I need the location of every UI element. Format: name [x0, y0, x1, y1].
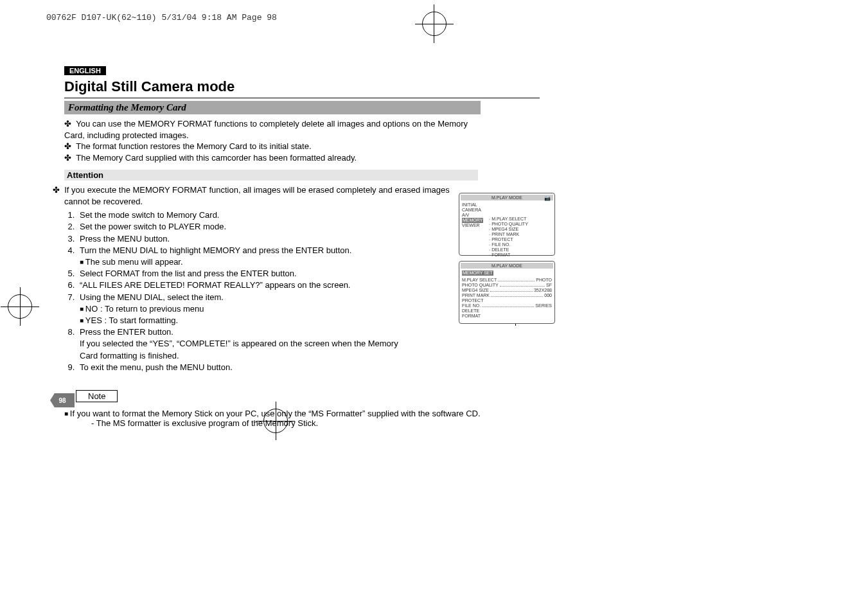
- attention-text: If you execute the MEMORY FORMAT functio…: [64, 185, 450, 206]
- camera-icon: 📷: [544, 195, 551, 201]
- note-main-text: If you want to format the Memory Stick o…: [70, 409, 481, 418]
- step-4: Turn the MENU DIAL to highlight MEMORY a…: [80, 245, 351, 255]
- osd1-left-1: CAMERA: [462, 208, 486, 213]
- osd-screen-2: M.PLAY MODE MEMORY SET M.PLAY SELECTPHOT…: [459, 261, 555, 324]
- step-7-sub-1: NO : To return to previous menu: [87, 303, 398, 315]
- osd2-title: M.PLAY MODE: [492, 263, 522, 268]
- print-header-line: 00762F D107-UK(62~110) 5/31/04 9:18 AM P…: [46, 13, 277, 22]
- osd2-r7-l: FORMAT: [462, 314, 481, 319]
- step-2: Set the power switch to PLAYER mode.: [80, 222, 226, 231]
- osd2-r3-l: PRINT MARK: [462, 293, 490, 298]
- osd2-r4-l: PROTECT: [462, 298, 483, 303]
- osd2-r5-l: FILE NO.: [462, 303, 481, 308]
- step-6: “ALL FILES ARE DELETED! FORMAT REALLY?” …: [80, 280, 350, 290]
- registration-mark-top: [422, 12, 447, 36]
- osd1-title: M.PLAY MODE: [492, 195, 522, 200]
- osd2-r3-r: 000: [544, 293, 552, 298]
- step-4-sub-1: The sub menu will appear.: [87, 256, 398, 268]
- osd2-r2-r: 352X288: [534, 288, 552, 293]
- step-7-sub-2: YES : To start formatting.: [87, 315, 398, 326]
- note-block: If you want to format the Memory Stick o…: [64, 409, 540, 428]
- osd2-r0-r: PHOTO: [536, 278, 552, 283]
- intro-line-3: The Memory Card supplied with this camco…: [76, 153, 357, 163]
- osd1-left-3: MEMORY: [462, 218, 483, 223]
- osd1-left-2: A/V: [462, 213, 486, 218]
- osd2-heading: MEMORY SET: [462, 271, 493, 276]
- osd1-right-7: FORMAT: [489, 253, 552, 258]
- step-3: Press the MENU button.: [80, 234, 170, 244]
- osd1-left-4: VIEWER: [462, 223, 486, 228]
- page-number-badge: 98: [50, 393, 75, 407]
- section-subtitle: Formatting the Memory Card: [64, 101, 481, 114]
- step-7: Using the MENU DIAL, select the item.: [80, 292, 224, 302]
- osd1-right-0: M.PLAY SELECT: [489, 217, 552, 222]
- language-badge: ENGLISH: [64, 66, 106, 75]
- osd1-right-1: PHOTO QUALITY: [489, 222, 552, 227]
- attention-block: ✤ If you execute the MEMORY FORMAT funct…: [64, 184, 475, 207]
- osd1-right-5: FILE NO.: [489, 242, 552, 247]
- osd2-r0-l: M.PLAY SELECT: [462, 278, 497, 283]
- page-content: ENGLISH Digital Still Camera mode Format…: [64, 64, 540, 428]
- osd2-r1-r: SF: [546, 283, 552, 288]
- step-8-cont: If you selected the “YES”, “COMPLETE!” i…: [80, 339, 398, 360]
- osd1-right-2: MPEG4 SIZE: [489, 227, 552, 232]
- osd1-right-6: DELETE: [489, 247, 552, 253]
- osd2-r1-l: PHOTO QUALITY: [462, 283, 499, 288]
- attention-heading: Attention: [64, 170, 478, 181]
- note-label-box: Note: [76, 390, 118, 402]
- step-8: Press the ENTER button.: [80, 327, 173, 337]
- page-title: Digital Still Camera mode: [64, 78, 540, 98]
- note-sub-text: - The MS formatter is exclusive program …: [64, 418, 540, 428]
- intro-line-2: The format function restores the Memory …: [76, 141, 311, 151]
- osd1-left-0: INITIAL: [462, 202, 486, 208]
- osd2-r5-r: SERIES: [535, 303, 552, 308]
- intro-line-1: You can use the MEMORY FORMAT functions …: [64, 119, 468, 140]
- osd-screen-1: M.PLAY MODE 📷 INITIAL CAMERA A/V MEMORY …: [459, 193, 555, 256]
- osd2-r6-l: DELETE: [462, 308, 479, 314]
- step-1: Set the mode switch to Memory Card.: [80, 210, 219, 220]
- intro-block: ✤ You can use the MEMORY FORMAT function…: [64, 118, 475, 163]
- steps-list: Set the mode switch to Memory Card. Set …: [64, 209, 398, 373]
- registration-mark-left: [8, 294, 32, 319]
- osd1-right-3: PRINT MARK: [489, 232, 552, 237]
- step-9: To exit the menu, push the MENU button.: [80, 362, 233, 372]
- step-5: Select FORMAT from the list and press th…: [80, 269, 297, 278]
- osd2-r2-l: MPEG4 SIZE: [462, 288, 489, 293]
- osd1-right-4: PROTECT: [489, 237, 552, 242]
